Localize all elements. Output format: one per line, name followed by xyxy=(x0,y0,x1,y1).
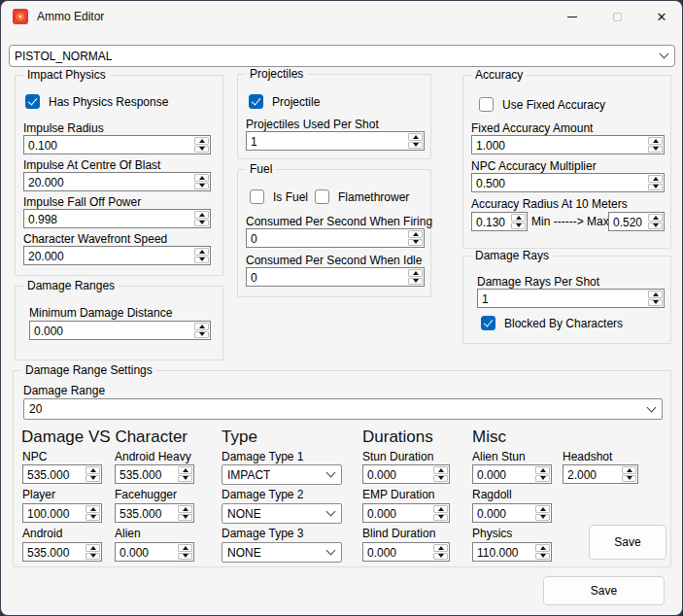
spin-down-icon[interactable] xyxy=(85,553,100,561)
spinner-buttons[interactable] xyxy=(194,137,209,153)
spinner-buttons[interactable] xyxy=(194,211,209,226)
spin-up-icon[interactable] xyxy=(622,466,636,474)
headshot-input[interactable]: 2.000 xyxy=(563,464,638,484)
spin-up-icon[interactable] xyxy=(535,544,550,552)
spin-down-icon[interactable] xyxy=(408,142,423,150)
spin-down-icon[interactable] xyxy=(648,146,663,154)
spinner-buttons[interactable] xyxy=(433,505,448,521)
has-physics-response-checkbox[interactable]: Has Physics Response xyxy=(25,94,168,109)
spinner-buttons[interactable] xyxy=(535,544,550,560)
spinner-buttons[interactable] xyxy=(648,137,663,153)
spin-up-icon[interactable] xyxy=(648,291,663,298)
damage-rays-per-shot-input[interactable]: 1 xyxy=(477,289,665,308)
spin-down-icon[interactable] xyxy=(511,222,526,230)
spin-up-icon[interactable] xyxy=(648,175,663,183)
checkbox-unchecked-icon[interactable] xyxy=(250,189,264,204)
spinner-buttons[interactable] xyxy=(408,230,423,246)
spin-up-icon[interactable] xyxy=(178,466,192,474)
impulse-falloff-input[interactable]: 0.998 xyxy=(23,209,211,228)
spin-down-icon[interactable] xyxy=(408,239,423,247)
spin-up-icon[interactable] xyxy=(178,505,192,513)
flamethrower-checkbox[interactable]: Flamethrower xyxy=(315,189,409,204)
spinner-buttons[interactable] xyxy=(194,323,209,338)
spin-up-icon[interactable] xyxy=(194,248,209,256)
minimize-button[interactable] xyxy=(550,1,595,32)
ammo-type-select[interactable]: PISTOL_NORMAL xyxy=(9,45,675,67)
ragdoll-input[interactable]: 0.000 xyxy=(472,503,552,523)
spin-up-icon[interactable] xyxy=(648,214,663,222)
spinner-buttons[interactable] xyxy=(85,544,100,560)
spinner-buttons[interactable] xyxy=(85,505,100,521)
consumed-idle-input[interactable]: 0 xyxy=(246,267,425,287)
spin-down-icon[interactable] xyxy=(535,514,550,522)
spin-up-icon[interactable] xyxy=(433,505,448,513)
spin-up-icon[interactable] xyxy=(511,214,526,222)
blind-duration-input[interactable]: 0.000 xyxy=(362,542,450,562)
spin-up-icon[interactable] xyxy=(194,323,209,330)
checkbox-checked-icon[interactable] xyxy=(25,94,40,109)
projectile-checkbox[interactable]: Projectile xyxy=(249,94,320,109)
player-damage-input[interactable]: 100.000 xyxy=(22,503,102,523)
accuracy-radius-max-input[interactable]: 0.520 xyxy=(608,212,665,231)
spin-down-icon[interactable] xyxy=(433,475,448,483)
wavefront-speed-input[interactable]: 20.000 xyxy=(23,246,211,265)
spin-up-icon[interactable] xyxy=(194,137,209,145)
spinner-buttons[interactable] xyxy=(622,466,636,482)
spinner-buttons[interactable] xyxy=(648,291,663,306)
physics-input[interactable]: 110.000 xyxy=(472,542,552,562)
spin-down-icon[interactable] xyxy=(433,514,448,522)
alien-damage-input[interactable]: 0.000 xyxy=(115,542,194,562)
spin-down-icon[interactable] xyxy=(85,514,100,522)
spin-down-icon[interactable] xyxy=(194,183,209,190)
checkbox-checked-icon[interactable] xyxy=(249,94,263,109)
damage-type-3-select[interactable]: NONE xyxy=(222,542,342,563)
consumed-firing-input[interactable]: 0 xyxy=(246,228,425,248)
spinner-buttons[interactable] xyxy=(408,269,423,285)
spin-down-icon[interactable] xyxy=(535,475,550,483)
android-heavy-damage-input[interactable]: 535.000 xyxy=(115,464,194,484)
spin-down-icon[interactable] xyxy=(408,278,423,286)
maximize-button[interactable] xyxy=(595,1,639,32)
projectiles-per-shot-input[interactable]: 1 xyxy=(246,131,425,151)
spin-down-icon[interactable] xyxy=(194,146,209,154)
spin-up-icon[interactable] xyxy=(194,174,209,182)
spinner-buttons[interactable] xyxy=(648,214,663,229)
spin-down-icon[interactable] xyxy=(648,299,663,307)
spin-up-icon[interactable] xyxy=(85,544,100,552)
spinner-buttons[interactable] xyxy=(194,248,209,263)
blocked-by-characters-checkbox[interactable]: Blocked By Characters xyxy=(481,316,623,330)
close-button[interactable]: ✕ xyxy=(639,1,683,32)
spin-down-icon[interactable] xyxy=(194,331,209,339)
spin-down-icon[interactable] xyxy=(648,222,663,230)
spinner-buttons[interactable] xyxy=(433,544,448,560)
is-fuel-checkbox[interactable]: Is Fuel xyxy=(250,189,308,204)
impulse-radius-input[interactable]: 0.100 xyxy=(23,135,211,154)
spinner-buttons[interactable] xyxy=(194,174,209,189)
spinner-buttons[interactable] xyxy=(535,466,550,482)
damage-type-2-select[interactable]: NONE xyxy=(222,503,342,524)
damage-type-1-select[interactable]: IMPACT xyxy=(222,464,342,485)
spin-up-icon[interactable] xyxy=(408,133,423,141)
spinner-buttons[interactable] xyxy=(648,175,663,190)
spinner-buttons[interactable] xyxy=(178,466,192,482)
stun-duration-input[interactable]: 0.000 xyxy=(362,464,450,484)
use-fixed-accuracy-checkbox[interactable]: Use Fixed Accuracy xyxy=(479,97,605,112)
accuracy-radius-min-input[interactable]: 0.130 xyxy=(471,212,528,231)
checkbox-unchecked-icon[interactable] xyxy=(479,97,494,112)
spin-down-icon[interactable] xyxy=(178,475,192,483)
spin-down-icon[interactable] xyxy=(194,257,209,264)
spin-up-icon[interactable] xyxy=(408,230,423,238)
checkbox-checked-icon[interactable] xyxy=(481,316,495,330)
spin-up-icon[interactable] xyxy=(535,505,550,513)
android-damage-input[interactable]: 535.000 xyxy=(22,542,102,562)
min-damage-distance-input[interactable]: 0.000 xyxy=(29,321,211,340)
save-button[interactable]: Save xyxy=(543,576,665,605)
facehugger-damage-input[interactable]: 535.000 xyxy=(115,503,194,523)
spin-down-icon[interactable] xyxy=(85,475,100,483)
spinner-buttons[interactable] xyxy=(178,544,192,560)
spin-up-icon[interactable] xyxy=(85,466,100,474)
spin-up-icon[interactable] xyxy=(433,544,448,552)
damage-range-select[interactable]: 20 xyxy=(23,398,663,420)
spin-down-icon[interactable] xyxy=(178,514,192,522)
spinner-buttons[interactable] xyxy=(433,466,448,482)
